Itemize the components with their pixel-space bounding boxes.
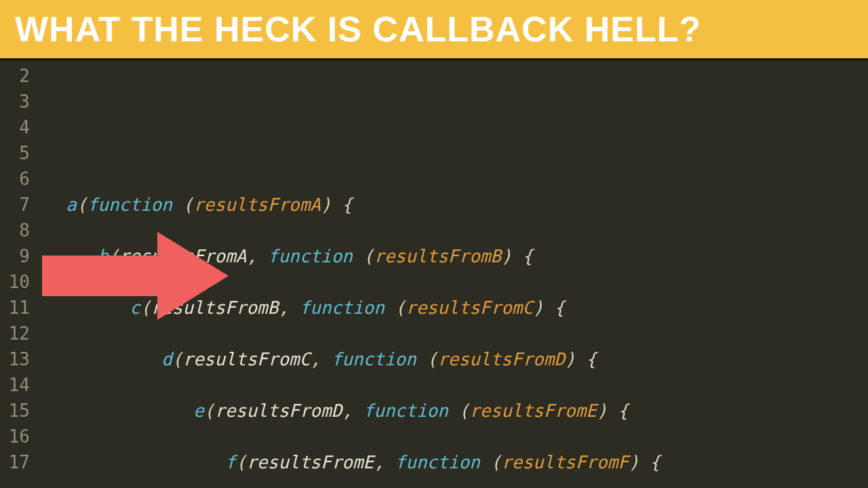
title-text: WHAT THE HECK IS CALLBACK HELL? — [15, 9, 701, 49]
code-content: a(function (resultsFromA) { b(resultsFro… — [35, 60, 868, 488]
line-number: 13 — [0, 346, 30, 372]
line-number: 11 — [0, 295, 30, 321]
line-number: 7 — [0, 192, 30, 218]
line-number: 10 — [0, 269, 30, 295]
line-number: 14 — [0, 372, 30, 398]
line-number: 9 — [0, 243, 30, 269]
code-line: e(resultsFromD, function (resultsFromE) … — [45, 398, 868, 424]
code-line: b(resultsFromA, function (resultsFromB) … — [45, 243, 868, 269]
line-number: 6 — [0, 166, 30, 192]
title-banner: WHAT THE HECK IS CALLBACK HELL? — [0, 0, 868, 60]
line-number: 5 — [0, 140, 30, 166]
code-line: a(function (resultsFromA) { — [45, 192, 868, 218]
code-line: f(resultsFromE, function (resultsFromF) … — [45, 449, 868, 475]
line-number: 2 — [0, 63, 30, 89]
code-line: c(resultsFromB, function (resultsFromC) … — [45, 295, 868, 321]
code-editor: 2 3 4 5 6 7 8 9 10 11 12 13 14 15 16 17 … — [0, 60, 868, 488]
line-number: 12 — [0, 321, 30, 346]
line-number: 3 — [0, 89, 30, 115]
code-line — [45, 140, 868, 166]
line-number: 16 — [0, 424, 30, 449]
line-number: 8 — [0, 218, 30, 243]
line-number: 17 — [0, 449, 30, 475]
code-line — [45, 89, 868, 115]
code-line: d(resultsFromC, function (resultsFromD) … — [45, 346, 868, 372]
line-number: 15 — [0, 398, 30, 424]
line-number: 4 — [0, 115, 30, 140]
line-number-gutter: 2 3 4 5 6 7 8 9 10 11 12 13 14 15 16 17 — [0, 60, 35, 488]
